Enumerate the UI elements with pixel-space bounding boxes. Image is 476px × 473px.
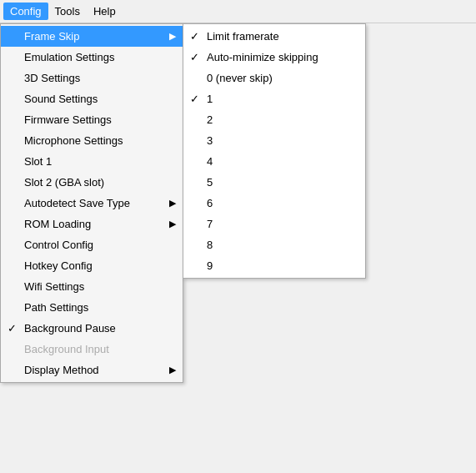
label-limit: Limit framerate: [207, 30, 279, 43]
label-sound: Sound Settings: [24, 93, 98, 105]
submenu-item-0[interactable]: 0 (never skip): [183, 68, 365, 88]
label-firmware: Firmware Settings: [24, 113, 112, 126]
submenu-item-3[interactable]: 3: [183, 130, 365, 151]
menu-item-control[interactable]: Control Config: [1, 234, 183, 255]
menu-item-3d[interactable]: 3D Settings: [1, 68, 183, 88]
menu-item-autodetect[interactable]: Autodetect Save Type ▶: [1, 193, 183, 214]
label-rom: ROM Loading: [24, 218, 91, 230]
menubar: Config Tools Help: [0, 0, 476, 23]
check-autominimize: ✓: [190, 51, 199, 63]
label-skip3: 3: [207, 134, 213, 147]
submenu-item-4[interactable]: 4: [183, 151, 365, 172]
submenu-item-6[interactable]: 6: [183, 193, 365, 214]
label-skip7: 7: [207, 218, 213, 230]
config-menu: Frame Skip ▶ Emulation Settings 3D Setti…: [0, 23, 183, 383]
submenu-item-2[interactable]: 2: [183, 109, 365, 130]
label-autodetect: Autodetect Save Type: [24, 197, 130, 209]
label-frameskip: Frame Skip: [24, 30, 79, 43]
menu-item-hotkey[interactable]: Hotkey Config: [1, 255, 183, 276]
submenu-item-1[interactable]: ✓ 1: [183, 88, 365, 109]
submenu-item-autominimize[interactable]: ✓ Auto-minimize skipping: [183, 47, 365, 68]
frameskip-submenu: ✓ Limit framerate ✓ Auto-minimize skippi…: [183, 23, 366, 279]
arrow-rom: ▶: [156, 219, 176, 229]
arrow-frameskip: ▶: [156, 31, 176, 42]
label-skip2: 2: [207, 113, 213, 126]
label-path: Path Settings: [24, 301, 88, 314]
submenu-item-8[interactable]: 8: [183, 234, 365, 255]
menu-item-slot1[interactable]: Slot 1: [1, 151, 183, 172]
arrow-display: ▶: [156, 365, 176, 375]
check-limit: ✓: [190, 30, 199, 43]
label-3d: 3D Settings: [24, 72, 80, 84]
label-hotkey: Hotkey Config: [24, 259, 93, 272]
label-skip6: 6: [207, 197, 213, 209]
menu-item-bginput: Background Input: [1, 339, 183, 360]
submenu-item-limit[interactable]: ✓ Limit framerate: [183, 26, 365, 47]
menu-config[interactable]: Config: [3, 3, 48, 20]
label-slot1: Slot 1: [24, 155, 52, 168]
menu-item-display[interactable]: Display Method ▶: [1, 360, 183, 380]
label-bginput: Background Input: [24, 343, 109, 355]
label-skip0: 0 (never skip): [207, 72, 273, 84]
label-skip9: 9: [207, 259, 213, 272]
label-slot2: Slot 2 (GBA slot): [24, 176, 104, 189]
submenu-item-9[interactable]: 9: [183, 255, 365, 276]
check-bgpause: ✓: [8, 322, 17, 335]
menu-item-path[interactable]: Path Settings: [1, 297, 183, 318]
label-microphone: Microphone Settings: [24, 134, 123, 147]
label-display: Display Method: [24, 364, 99, 376]
menu-item-emulation[interactable]: Emulation Settings: [1, 47, 183, 68]
dropdown-container: Frame Skip ▶ Emulation Settings 3D Setti…: [0, 23, 183, 383]
menu-item-sound[interactable]: Sound Settings: [1, 88, 183, 109]
label-skip8: 8: [207, 239, 213, 251]
menu-item-firmware[interactable]: Firmware Settings: [1, 109, 183, 130]
label-skip4: 4: [207, 155, 213, 168]
label-skip1: 1: [207, 93, 213, 105]
menu-item-bgpause[interactable]: ✓ Background Pause: [1, 318, 183, 339]
menu-item-slot2[interactable]: Slot 2 (GBA slot): [1, 172, 183, 193]
label-skip5: 5: [207, 176, 213, 189]
arrow-autodetect: ▶: [156, 198, 176, 209]
submenu-item-5[interactable]: 5: [183, 172, 365, 193]
menu-tools[interactable]: Tools: [48, 3, 87, 20]
menu-item-microphone[interactable]: Microphone Settings: [1, 130, 183, 151]
submenu-item-7[interactable]: 7: [183, 214, 365, 234]
label-wifi: Wifi Settings: [24, 280, 84, 293]
label-bgpause: Background Pause: [24, 322, 116, 335]
menu-item-rom[interactable]: ROM Loading ▶: [1, 214, 183, 234]
menu-help[interactable]: Help: [87, 3, 123, 20]
menu-item-wifi[interactable]: Wifi Settings: [1, 276, 183, 297]
menu-item-frameskip[interactable]: Frame Skip ▶: [1, 26, 183, 47]
label-control: Control Config: [24, 239, 93, 251]
label-autominimize: Auto-minimize skipping: [207, 51, 318, 63]
label-emulation: Emulation Settings: [24, 51, 114, 63]
check-skip1: ✓: [190, 93, 199, 105]
